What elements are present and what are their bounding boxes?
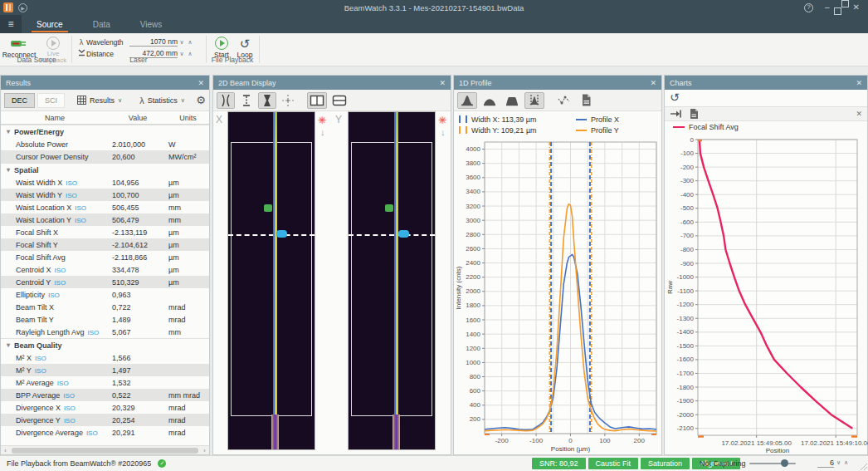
table-row[interactable]: Cursor Power Density20,600MW/cm² [1,150,209,163]
table-row[interactable]: M² XISO1,566 [1,351,209,364]
table-row[interactable]: M² YISO1,497 [1,364,209,376]
table-row[interactable]: Centroid YISO510,329µm [1,276,209,288]
svg-text:-200: -200 [680,164,695,171]
quick-access-play-icon[interactable]: ▶ [18,3,27,12]
table-group-row[interactable]: ▾Spatial [1,163,209,176]
playback-slider[interactable] [749,463,796,464]
beam-y-label: Y [335,114,342,125]
table-row[interactable]: Divergence XISO20,329mrad [1,401,209,414]
scroll-right-icon[interactable]: › [200,448,209,454]
tab-data[interactable]: Data [78,15,125,33]
beam-view-y[interactable] [348,111,436,450]
tab-views[interactable]: Views [125,15,178,33]
chart-refresh-icon[interactable]: ↺ [670,91,680,104]
axial-bars-button[interactable] [237,92,256,109]
tab-source[interactable]: Source [22,15,78,33]
svg-text:800: 800 [470,373,481,380]
waist-marker-green[interactable] [385,204,393,212]
help-button[interactable]: ? [804,3,813,12]
table-row[interactable]: Centroid XISO334,478µm [1,263,209,276]
cursor-marker-cyan[interactable] [276,230,287,238]
profile-gauss-button[interactable] [480,92,500,109]
svg-text:0: 0 [690,136,695,144]
table-row[interactable]: Waist Width YISO100,700µm [1,189,209,201]
resize-grip[interactable] [859,462,867,470]
svg-text:-500: -500 [680,204,695,212]
minimize-button[interactable]: – [825,3,830,12]
statistics-menu-button[interactable]: λ Statistics ∨ [136,92,188,109]
count-spinner-icons[interactable]: ∨∧ [836,459,851,466]
cursor-dashed-line[interactable] [349,234,435,236]
charts-close-icon[interactable]: ✕ [856,79,862,87]
table-row[interactable]: Divergence AverageISO20,291mrad [1,426,209,439]
results-horizontal-scrollbar[interactable]: ‹ › [1,445,209,454]
sci-toggle[interactable]: SCI [37,93,65,108]
autoscroll-icon[interactable] [670,109,682,119]
table-row[interactable]: Beam Tilt Y1,489mrad [1,313,209,326]
table-row[interactable]: Focal Shift Avg-2.118,866µm [1,251,209,263]
profile-peak-button[interactable] [457,92,477,109]
waist-view-button[interactable] [258,92,276,109]
profile-tophat-button[interactable] [502,92,522,109]
lambda-icon: λ [139,96,144,105]
profile-width-lines-button[interactable] [524,92,544,109]
table-row[interactable]: Focal Shift X-2.133,119µm [1,226,209,238]
table-row[interactable]: Waist Width XISO104,956µm [1,176,209,189]
waist-marker-green[interactable] [264,204,272,212]
table-row[interactable]: Waist Location XISO506,455mm [1,201,209,213]
profile1d-close-icon[interactable]: ✕ [650,79,656,87]
cursor-dashed-line[interactable] [228,234,315,236]
table-row[interactable]: Beam Tilt X0,722mrad [1,301,209,313]
profile1d-panel-header: 1D Profile ✕ [454,76,661,90]
chart-close-icon[interactable]: ✕ [856,110,862,118]
caustic-view-button[interactable] [217,92,235,109]
dec-toggle[interactable]: DEC [4,93,35,108]
beam2d-close-icon[interactable]: ✕ [439,79,446,87]
wavelength-input[interactable]: 1070 nm [129,37,178,47]
status-ok-check-icon: ✓ [158,459,166,468]
split-horizontal-button[interactable] [329,92,349,109]
laser-source-icon: ✳ [318,115,326,126]
width-lines-icon [527,93,542,107]
menu-hamburger-icon[interactable]: ≡ [0,15,22,33]
wavelength-spinner-icon[interactable]: ∧ [186,39,194,46]
width-y-marker-icon [459,126,467,134]
profile-fit-curve-button[interactable] [554,92,574,109]
slider-handle[interactable] [781,459,788,467]
svg-text:-1900: -1900 [677,397,695,405]
cursor-marker-cyan[interactable] [398,230,409,238]
ribbon: Reconnect Live Playback λ Wavelength 107… [0,33,868,66]
profile-chart-plot[interactable]: 2004006008001000120014001600180020002200… [454,135,663,455]
split-vertical-button[interactable] [307,92,327,109]
scroll-left-icon[interactable]: ‹ [1,448,10,454]
table-row[interactable]: Rayleigh Length AvgISO5,067mm [1,326,209,338]
table-row[interactable]: M² AverageISO1,532 [1,376,209,389]
crosshair-button[interactable] [279,92,297,109]
beam-view-x[interactable] [227,111,315,450]
table-row[interactable]: BPP AverageISO0,522mm mrad [1,389,209,401]
table-row[interactable]: EllipticityISO0,963 [1,288,209,301]
svg-text:17.02.2021 15:49:05.00: 17.02.2021 15:49:05.00 [721,439,792,447]
table-group-row[interactable]: ▾Power/Energy [1,125,209,138]
svg-text:200: 200 [470,415,481,423]
table-row[interactable]: Focal Shift Y-2.104,612µm [1,238,209,251]
table-row[interactable]: Waist Location YISO506,479mm [1,213,209,226]
svg-text:3600: 3600 [466,174,480,181]
table-row[interactable]: Absolute Power2.010,000W [1,138,209,150]
focal-shift-chart-plot[interactable]: 0-100-200-300-400-500-600-700-800-900-10… [665,132,868,454]
scrollbar-thumb[interactable] [12,448,198,454]
results-panel-header: Results ✕ [1,76,209,90]
close-button[interactable]: ✕ [853,3,860,12]
table-row[interactable]: Divergence YISO20,254mrad [1,414,209,426]
settings-gear-icon[interactable]: ⚙ [196,94,206,106]
table-group-row[interactable]: ▾Beam Quality [1,338,209,351]
results-close-icon[interactable]: ✕ [197,79,204,87]
count-input[interactable]: 6 [817,459,834,468]
title-bar: ▶ BeamWatch 3.3.1 - Mes-20210217-154901.… [0,0,868,15]
export-csv-button[interactable] [577,92,595,109]
wavelength-dropdown-icon[interactable]: ∨ [178,39,186,46]
results-menu-button[interactable]: Results ∨ [74,92,125,109]
csv-file-icon[interactable] [689,108,700,120]
grid-icon [77,96,86,105]
results-toolbar: DEC SCI Results ∨ λ Statistics ∨ ⚙ [1,90,209,111]
